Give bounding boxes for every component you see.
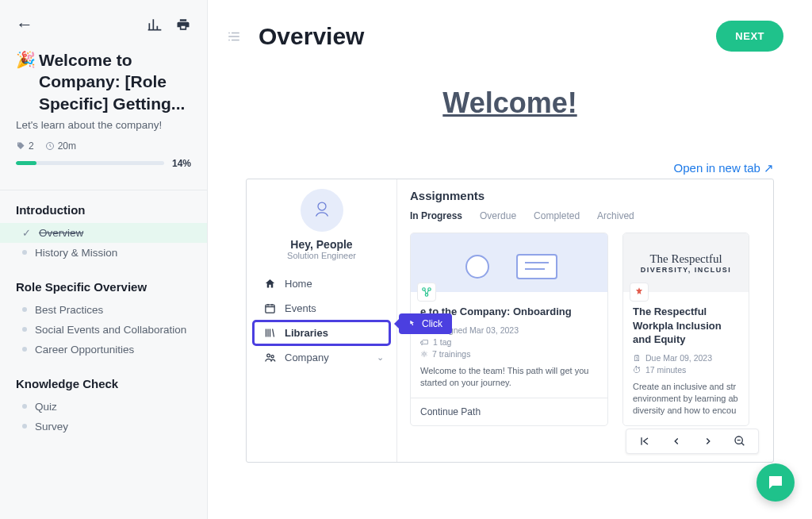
assignments-title: Assignments <box>410 189 760 202</box>
print-icon[interactable] <box>175 17 191 33</box>
embed-sidebar: Hey, People Solution Engineer Home <box>247 179 397 462</box>
bullet-icon <box>22 307 27 312</box>
sidebar-item-label: History & Mission <box>35 247 117 259</box>
course-meta: 2 20m <box>16 140 191 152</box>
card-desc: Welcome to the team! This path will get … <box>420 365 598 390</box>
card-minutes: ⏱17 minutes <box>633 365 739 375</box>
assignments-tabs: In Progress Overdue Completed Archived <box>410 210 760 221</box>
sidebar-item-history[interactable]: History & Mission <box>0 243 207 263</box>
progress-bar <box>16 161 164 165</box>
open-in-new-tab-link[interactable]: Open in new tab ↗ <box>674 161 774 175</box>
next-button[interactable]: NEXT <box>716 21 783 52</box>
course-badge-icon <box>630 283 649 302</box>
people-icon <box>264 352 277 363</box>
sidebar-item-survey[interactable]: Survey <box>0 417 207 436</box>
embed-role: Solution Engineer <box>253 251 390 260</box>
sidebar-item-best-practices[interactable]: Best Practices <box>0 300 207 320</box>
first-icon[interactable] <box>638 434 652 448</box>
embed-main: Assignments In Progress Overdue Complete… <box>397 179 773 462</box>
card-tag: 🏷1 tag <box>420 337 598 347</box>
svg-rect-6 <box>438 239 580 286</box>
sidebar-item-label: Overview <box>39 227 83 239</box>
chat-fab[interactable] <box>756 463 795 502</box>
media-controls <box>626 429 759 454</box>
click-tooltip: Click <box>399 313 452 334</box>
embed-nav-company[interactable]: Company ⌄ <box>253 345 390 370</box>
click-tooltip-label: Click <box>422 318 442 329</box>
zoom-out-icon[interactable] <box>733 434 747 448</box>
avatar-icon <box>301 189 343 232</box>
svg-rect-3 <box>266 305 274 313</box>
embed-nav-label: Libraries <box>285 327 328 339</box>
embed-nav-libraries[interactable]: Libraries <box>253 321 390 345</box>
sidebar-group-title: Knowledge Check <box>0 377 207 397</box>
bullet-icon <box>22 250 27 255</box>
assignment-card[interactable]: The Respectful DIVERSITY, INCLUSI The Re… <box>622 233 749 426</box>
main-content: Overview NEXT Welcome! Open in new tab ↗… <box>208 0 812 519</box>
course-sidebar: ← 🎉 Welcome to Company: [Role Specific] … <box>0 0 208 519</box>
course-title: 🎉 Welcome to Company: [Role Specific] Ge… <box>16 49 191 114</box>
sidebar-item-label: Quiz <box>35 401 57 413</box>
sidebar-item-label: Best Practices <box>35 304 103 316</box>
card-title: The Respectful Workpla Inclusion and Equ… <box>633 305 739 347</box>
duration: 20m <box>45 140 76 152</box>
home-icon <box>264 278 277 290</box>
path-badge-icon <box>417 283 436 302</box>
sidebar-item-quiz[interactable]: Quiz <box>0 397 207 417</box>
tab-completed[interactable]: Completed <box>534 210 580 221</box>
card-desc: Create an inclusive and str environment … <box>633 381 739 417</box>
sidebar-item-career[interactable]: Career Opportunities <box>0 340 207 359</box>
overlay-big: The Respectful <box>649 252 722 266</box>
collapse-sidebar-icon[interactable] <box>227 29 243 44</box>
card-illustration: The Respectful DIVERSITY, INCLUSI <box>623 233 749 292</box>
calendar-icon <box>264 302 277 314</box>
bullet-icon <box>22 327 27 332</box>
sidebar-group-title: Introduction <box>0 203 207 223</box>
back-arrow-icon[interactable]: ← <box>16 14 33 35</box>
embed-nav-label: Events <box>285 302 316 314</box>
card-footer[interactable]: Continue Path <box>411 398 607 425</box>
sidebar-item-label: Career Opportunities <box>35 344 134 356</box>
card-due: 🗓Due Mar 09, 2023 <box>633 353 739 363</box>
overlay-small: DIVERSITY, INCLUSI <box>641 266 732 274</box>
tab-overdue[interactable]: Overdue <box>480 210 516 221</box>
embed-nav-label: Home <box>285 278 312 290</box>
bullet-icon <box>22 424 27 429</box>
course-title-text: Welcome to Company: [Role Specific] Gett… <box>39 49 191 114</box>
svg-point-7 <box>466 256 488 278</box>
svg-point-5 <box>271 356 274 358</box>
sidebar-item-label: Social Events and Collaboration <box>35 324 186 336</box>
course-subtitle: Let's learn about the company! <box>16 119 191 131</box>
tab-in-progress[interactable]: In Progress <box>410 210 462 221</box>
card-illustration <box>411 233 607 292</box>
embed-greeting: Hey, People <box>253 238 390 251</box>
card-trainings: ⚛7 trainings <box>420 349 598 359</box>
bullet-icon <box>22 404 27 409</box>
books-icon <box>264 327 277 339</box>
svg-point-4 <box>267 354 270 357</box>
bullet-icon <box>22 347 27 352</box>
embed-nav-events[interactable]: Events <box>253 296 390 321</box>
check-icon: ✓ <box>22 227 31 239</box>
progress-percent: 14% <box>172 158 191 169</box>
svg-rect-8 <box>517 255 557 279</box>
chevron-down-icon: ⌄ <box>377 352 384 363</box>
embed-nav-home[interactable]: Home <box>253 271 390 296</box>
prev-icon[interactable] <box>669 434 684 448</box>
tags-count: 2 <box>16 140 34 152</box>
sidebar-group-title: Role Specific Overview <box>0 280 207 300</box>
sidebar-item-label: Survey <box>35 421 68 432</box>
analytics-icon[interactable] <box>147 17 163 33</box>
embedded-preview: Hey, People Solution Engineer Home <box>246 179 774 463</box>
course-emoji: 🎉 <box>16 49 36 70</box>
sidebar-item-social-events[interactable]: Social Events and Collaboration <box>0 320 207 340</box>
next-icon[interactable] <box>701 434 715 448</box>
sidebar-item-overview[interactable]: ✓ Overview <box>0 223 207 243</box>
page-title: Overview <box>259 23 716 50</box>
welcome-heading: Welcome! <box>246 86 774 120</box>
tab-archived[interactable]: Archived <box>597 210 634 221</box>
embed-nav-label: Company <box>285 352 329 363</box>
